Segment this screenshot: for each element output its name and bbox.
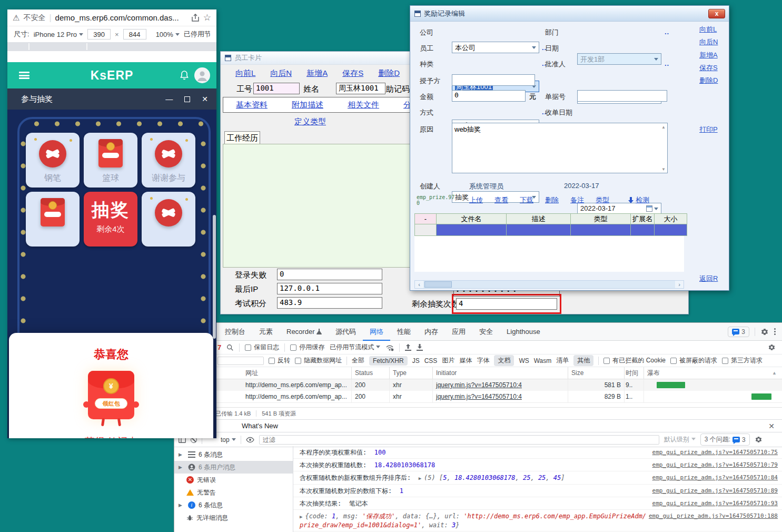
col-initiator[interactable]: Initiator (433, 367, 568, 379)
export-har-icon[interactable] (417, 344, 423, 351)
source-link[interactable]: emp_gui_prize_adm.js?v=1647505710:75 (652, 448, 778, 457)
tab-extra-desc[interactable]: 附加描述 (292, 100, 323, 110)
source-link[interactable]: emp_gui_prize_adm.js?v=1647505710:84 (652, 474, 778, 482)
col-size[interactable]: 大小 (655, 213, 687, 224)
last-ip-field[interactable]: 127.0.0.1 (277, 283, 382, 294)
disable-cache-checkbox[interactable]: 停用缓存 (290, 343, 324, 352)
name-field[interactable]: 周玉林1001 (336, 83, 385, 94)
console-message[interactable]: ▶{code: 1, msg: '保存成功', data: {…}, url: … (293, 510, 782, 531)
console-settings-gear-icon[interactable] (755, 436, 763, 444)
device-select[interactable]: iPhone 12 Pro (34, 31, 83, 38)
filter-css[interactable]: CSS (424, 357, 438, 364)
expand-icon[interactable]: ▶ (300, 514, 302, 519)
bell-icon[interactable] (180, 70, 189, 81)
filter-img[interactable]: 图片 (442, 356, 454, 365)
tab-define-type[interactable]: 定义类型 (294, 117, 326, 127)
amount-field[interactable]: 0 (452, 90, 526, 102)
login-fail-field[interactable]: 0 (277, 269, 382, 280)
delete-button[interactable]: 删除D (378, 68, 400, 78)
download-button[interactable]: 下载 (520, 195, 533, 205)
filter-font[interactable]: 字体 (477, 356, 489, 365)
source-link[interactable]: emp_gui_prize_adm.js?v=1647505710:89 (652, 487, 778, 495)
delete-file-button[interactable]: 删除 (545, 195, 559, 205)
close-whats-new-icon[interactable]: ✕ (768, 422, 775, 430)
dlg-save-button[interactable]: 保存S (699, 63, 718, 73)
prize-cell-envelope[interactable] (26, 192, 80, 247)
prev-button[interactable]: 向前L (235, 68, 255, 78)
tab-lighthouse[interactable]: Lighthouse (500, 323, 547, 341)
viewport-width-input[interactable] (87, 29, 111, 40)
dept-select[interactable]: 开发1部 (577, 53, 661, 65)
detect-button[interactable]: 检测 (636, 195, 649, 205)
reason-textarea[interactable]: web抽奖 (452, 123, 668, 173)
bookmark-star-icon[interactable]: ☆ (203, 12, 211, 23)
dialog-titlebar[interactable]: 奖励记录编辑 (410, 6, 729, 22)
source-link[interactable]: emp_gui_prize_adm.js?v=1647505710:188 (649, 512, 778, 520)
throttling-select[interactable]: 已停用节流模式 (330, 343, 380, 352)
initiator-link[interactable]: jquery.min.js?v=1647505710:4 (436, 393, 522, 400)
network-filter-input[interactable] (217, 357, 264, 365)
close-dialog-button[interactable]: x (708, 9, 725, 18)
console-message[interactable]: 本次抽奖结果: 笔记本 emp_gui_prize_adm.js?v=16475… (293, 497, 782, 510)
tab-memory[interactable]: 内存 (418, 323, 445, 341)
tab-related-files[interactable]: 相关文件 (348, 100, 379, 110)
context-select[interactable]: top (221, 436, 236, 444)
col-size[interactable]: Size (568, 367, 625, 379)
calendar-icon[interactable] (646, 205, 652, 212)
maximize-icon[interactable] (184, 96, 190, 102)
col-status[interactable]: Status (352, 367, 390, 379)
more-options-icon[interactable] (774, 328, 776, 335)
page-scrollbar[interactable] (213, 215, 216, 339)
filter-wasm[interactable]: Wasm (534, 357, 552, 364)
upload-button[interactable]: 上传 (469, 195, 483, 205)
dlg-delete-button[interactable]: 删除D (699, 76, 718, 85)
dlg-next-button[interactable]: 向后N (699, 37, 718, 47)
scroll-up-icon[interactable]: ▲ (661, 125, 666, 130)
url-text[interactable]: demo_ms.erp6.com/common.das... (55, 13, 187, 22)
prize-cell-thanks[interactable]: 谢谢参与 (142, 133, 195, 188)
blocked-requests-checkbox[interactable]: 被屏蔽的请求 (670, 356, 717, 365)
col-time[interactable]: 时间 (625, 367, 644, 379)
share-icon[interactable] (191, 14, 200, 22)
dlg-print-button[interactable]: 打印P (699, 125, 718, 134)
tab-performance[interactable]: 性能 (390, 323, 418, 341)
col-marker[interactable]: - (414, 213, 437, 224)
company-select[interactable]: 本公司 (452, 42, 539, 53)
preserve-log-checkbox[interactable]: 保留日志 (245, 343, 279, 352)
prize-cell-badge[interactable] (142, 192, 195, 247)
initiator-link[interactable]: jquery.min.js?v=1647505710:4 (436, 381, 522, 389)
import-har-icon[interactable] (405, 344, 411, 351)
settings-gear-icon[interactable] (760, 328, 769, 336)
dept-picker-button[interactable]: .. (665, 28, 669, 36)
tab-basic-info[interactable]: 基本资料 (236, 100, 268, 110)
tab-console[interactable]: 控制台 (218, 323, 252, 341)
tab-elements[interactable]: 元素 (252, 323, 280, 341)
console-message[interactable]: 本次抽奖的权重随机数: 18.4280103068178 emp_gui_pri… (293, 459, 782, 471)
minimize-icon[interactable]: — (165, 95, 173, 103)
approver-picker-button[interactable]: .. (665, 60, 669, 67)
tab-sources[interactable]: 源代码 (329, 323, 363, 341)
scroll-down-icon[interactable]: ▼ (661, 167, 666, 172)
tab-application[interactable]: 应用 (445, 323, 472, 341)
col-filename[interactable]: 文件名 (437, 213, 507, 224)
view-button[interactable]: 查看 (494, 195, 508, 205)
dlg-return-button[interactable]: 返回R (699, 274, 718, 283)
filter-other[interactable]: 其他 (573, 355, 593, 366)
sidebar-item-all-messages[interactable]: ▶6 条消息 (174, 448, 293, 461)
filter-manifest[interactable]: 清单 (556, 356, 569, 365)
console-issues-badge[interactable]: 3 个问题: 3 (700, 434, 750, 446)
save-button[interactable]: 保存S (342, 68, 363, 78)
sidebar-item-user-messages[interactable]: ▶ 6 条用户消息 (174, 461, 293, 474)
sidebar-item-info[interactable]: ▶i6 条信息 (174, 499, 293, 511)
close-icon[interactable]: ✕ (202, 95, 208, 103)
source-link[interactable]: emp_gui_prize_adm.js?v=1647505710:79 (652, 461, 778, 469)
filter-media[interactable]: 媒体 (459, 356, 472, 365)
filter-doc[interactable]: 文档 (494, 355, 514, 366)
draw-button-cell[interactable]: 抽奖 剩余4次 (84, 192, 137, 247)
record-badge[interactable]: 7 (217, 343, 221, 351)
network-row[interactable]: http://demo_ms.erp6.com/emp_ap... 200 xh… (174, 391, 782, 403)
tab-security[interactable]: 安全 (472, 323, 500, 341)
remain-draws-field[interactable]: 4 (456, 298, 557, 310)
next-button[interactable]: 向后N (270, 68, 292, 78)
add-button[interactable]: 新增A (306, 68, 328, 78)
